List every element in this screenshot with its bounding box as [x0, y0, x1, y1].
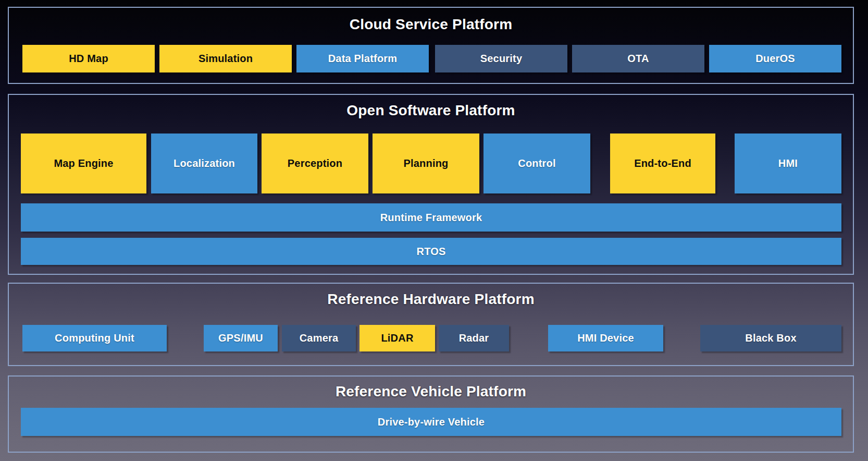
- box-label: Localization: [173, 157, 235, 169]
- box-black-box: Black Box: [700, 325, 841, 351]
- box-label: DuerOS: [755, 53, 795, 65]
- box-hmi: HMI: [735, 134, 841, 193]
- box-gps-imu: GPS/IMU: [204, 325, 278, 351]
- box-perception: Perception: [262, 134, 368, 193]
- bar-drive-by-wire-vehicle: Drive-by-wire Vehicle: [21, 408, 841, 436]
- box-label: HMI Device: [577, 332, 634, 344]
- box-label: Control: [518, 157, 556, 169]
- box-label: Simulation: [199, 53, 253, 65]
- box-radar: Radar: [439, 325, 509, 351]
- box-label: Camera: [300, 332, 339, 344]
- box-label: Radar: [459, 332, 489, 344]
- box-label: End-to-End: [634, 157, 691, 169]
- box-security: Security: [435, 45, 567, 72]
- bar-rtos: RTOS: [21, 238, 841, 265]
- section-cloud-service-platform: Cloud Service Platform HD Map Simulation…: [8, 7, 854, 84]
- box-label: Map Engine: [54, 157, 113, 169]
- box-label: Security: [480, 53, 523, 65]
- box-data-platform: Data Platform: [296, 45, 429, 72]
- section-reference-hardware-platform: Reference Hardware Platform Computing Un…: [8, 283, 854, 366]
- box-simulation: Simulation: [159, 45, 292, 72]
- box-camera: Camera: [282, 325, 356, 351]
- section-title-open-software-platform: Open Software Platform: [9, 102, 853, 119]
- box-label: Data Platform: [328, 53, 398, 65]
- box-label: HD Map: [69, 53, 108, 65]
- box-label: Planning: [403, 157, 448, 169]
- box-dueros: DuerOS: [709, 45, 841, 72]
- bar-label: RTOS: [417, 246, 446, 258]
- section-reference-vehicle-platform: Reference Vehicle Platform Drive-by-wire…: [8, 375, 854, 453]
- bar-label: Runtime Framework: [380, 212, 482, 224]
- box-hmi-device: HMI Device: [548, 325, 663, 351]
- box-computing-unit: Computing Unit: [22, 325, 167, 351]
- box-planning: Planning: [373, 134, 479, 193]
- bar-label: Drive-by-wire Vehicle: [378, 416, 485, 428]
- section-title-reference-vehicle-platform: Reference Vehicle Platform: [9, 383, 853, 400]
- box-label: Computing Unit: [55, 332, 134, 344]
- bar-runtime-framework: Runtime Framework: [21, 203, 841, 232]
- box-label: GPS/IMU: [218, 332, 263, 344]
- box-localization: Localization: [151, 134, 257, 193]
- box-label: HMI: [778, 157, 798, 169]
- section-open-software-platform: Open Software Platform Map Engine Locali…: [8, 94, 854, 275]
- box-end-to-end: End-to-End: [610, 134, 715, 193]
- box-label: Perception: [288, 157, 342, 169]
- box-ota: OTA: [572, 45, 704, 72]
- box-label: Black Box: [745, 332, 797, 344]
- section-title-cloud-service-platform: Cloud Service Platform: [9, 16, 853, 33]
- section-title-reference-hardware-platform: Reference Hardware Platform: [9, 291, 853, 308]
- box-map-engine: Map Engine: [21, 134, 146, 193]
- box-control: Control: [483, 134, 590, 193]
- box-label: OTA: [627, 53, 649, 65]
- box-hd-map: HD Map: [22, 45, 155, 72]
- box-label: LiDAR: [381, 332, 413, 344]
- box-lidar: LiDAR: [359, 325, 435, 351]
